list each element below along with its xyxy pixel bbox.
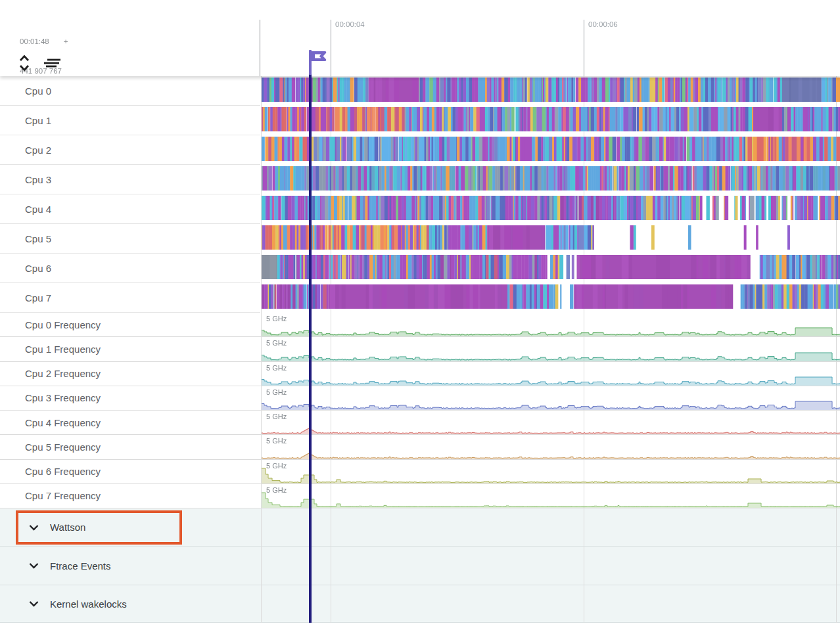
cpu-2-slices-canvas[interactable] xyxy=(262,137,840,161)
cpu-6-slices-canvas[interactable] xyxy=(262,255,840,279)
perfetto-timeline-view: 00:01:48+ 441 907 767 00:00:0400:00:06 C… xyxy=(0,0,840,628)
track-label: Cpu 4 xyxy=(25,204,51,215)
track-row-cpu-5[interactable]: Cpu 5 xyxy=(0,224,840,254)
cpu-4-frequency-canvas[interactable] xyxy=(262,411,840,434)
track-label-panel[interactable]: Cpu 7 xyxy=(0,283,260,313)
section-row-ftrace-events[interactable]: Ftrace Events xyxy=(0,547,840,585)
expand-collapse-tracks-button[interactable] xyxy=(18,54,31,72)
ruler-tick: 00:00:06 xyxy=(584,20,584,76)
track-label: Cpu 5 Frequency xyxy=(25,441,101,453)
section-label: Wattson xyxy=(50,522,85,533)
cpu-0-frequency-canvas[interactable] xyxy=(262,313,840,336)
cpu-1-frequency-canvas[interactable] xyxy=(262,338,840,361)
track-label-panel[interactable]: Cpu 2 xyxy=(0,135,260,165)
cpu-7-slices-canvas[interactable] xyxy=(262,284,840,309)
track-label: Cpu 1 xyxy=(25,115,51,126)
track-row-cpu-7-frequency[interactable]: Cpu 7 Frequency5 GHz xyxy=(0,484,840,508)
track-label-panel[interactable]: Cpu 1 xyxy=(0,106,260,135)
track-label-panel[interactable]: Cpu 3 Frequency xyxy=(0,386,260,410)
track-label-panel[interactable]: Cpu 2 Frequency xyxy=(0,362,260,386)
track-label: Cpu 2 Frequency xyxy=(25,368,101,379)
tick-label: 00:00:06 xyxy=(588,20,618,30)
cpu-4-slices-canvas[interactable] xyxy=(262,196,840,220)
track-row-cpu-1-frequency[interactable]: Cpu 1 Frequency5 GHz xyxy=(0,337,840,361)
track-label-panel[interactable]: Cpu 4 Frequency xyxy=(0,411,260,434)
track-label: Cpu 1 Frequency xyxy=(25,344,101,355)
cpu-1-slices-canvas[interactable] xyxy=(262,107,840,131)
selection-time: 00:01:48 xyxy=(20,37,49,45)
section-row-wattson[interactable]: Wattson xyxy=(0,508,840,547)
sort-lines-icon xyxy=(42,57,63,69)
chevron-up-down-icon xyxy=(18,54,31,72)
track-row-cpu-1[interactable]: Cpu 1 xyxy=(0,106,840,135)
frequency-scale-label: 5 GHz xyxy=(266,364,287,372)
track-row-cpu-3[interactable]: Cpu 3 xyxy=(0,165,840,194)
track-label-panel[interactable]: Cpu 6 Frequency xyxy=(0,460,260,483)
track-label: Cpu 7 xyxy=(25,292,51,303)
cpu-5-slices-canvas[interactable] xyxy=(262,225,840,250)
chevron-down-icon[interactable] xyxy=(29,562,39,569)
track-row-cpu-5-frequency[interactable]: Cpu 5 Frequency5 GHz xyxy=(0,435,840,459)
ruler-tick: 00:00:04 xyxy=(331,20,331,76)
track-label-panel[interactable]: Cpu 4 xyxy=(0,194,260,224)
frequency-scale-label: 5 GHz xyxy=(266,462,287,470)
track-label: Cpu 7 Frequency xyxy=(25,490,101,501)
section-label: Kernel wakelocks xyxy=(50,598,127,610)
frequency-scale-label: 5 GHz xyxy=(266,315,287,323)
track-label: Cpu 0 Frequency xyxy=(25,319,101,330)
track-label-panel[interactable]: Cpu 5 xyxy=(0,224,260,254)
track-row-cpu-6[interactable]: Cpu 6 xyxy=(0,254,840,283)
cpu-0-slices-canvas[interactable] xyxy=(262,78,840,102)
track-label-panel[interactable]: Cpu 6 xyxy=(0,254,260,283)
flag-marker-line[interactable] xyxy=(309,74,312,623)
track-label: Cpu 2 xyxy=(25,145,51,156)
track-label: Cpu 3 xyxy=(25,174,51,185)
track-row-cpu-2[interactable]: Cpu 2 xyxy=(0,135,840,165)
section-label: Ftrace Events xyxy=(50,560,111,572)
track-row-cpu-6-frequency[interactable]: Cpu 6 Frequency5 GHz xyxy=(0,460,840,484)
chevron-down-icon[interactable] xyxy=(29,600,39,607)
panel-border xyxy=(260,20,260,76)
tick-label: 00:00:04 xyxy=(335,20,365,30)
track-row-cpu-4[interactable]: Cpu 4 xyxy=(0,194,840,224)
selection-plus-sign: + xyxy=(64,37,68,47)
frequency-scale-label: 5 GHz xyxy=(266,388,287,396)
track-label-panel[interactable]: Cpu 0 Frequency xyxy=(0,313,260,336)
track-label-panel[interactable]: Cpu 1 Frequency xyxy=(0,337,260,361)
track-row-cpu-7[interactable]: Cpu 7 xyxy=(0,283,840,313)
chevron-down-icon[interactable] xyxy=(29,524,39,531)
flag-icon[interactable] xyxy=(308,49,330,75)
track-label: Cpu 6 Frequency xyxy=(25,466,101,477)
cpu-2-frequency-canvas[interactable] xyxy=(262,362,840,386)
track-label: Cpu 3 Frequency xyxy=(25,392,101,403)
track-label-panel[interactable]: Cpu 7 Frequency xyxy=(0,484,260,508)
frequency-scale-label: 5 GHz xyxy=(266,486,287,494)
track-row-cpu-0[interactable]: Cpu 0 xyxy=(0,76,840,106)
sort-tracks-button[interactable] xyxy=(42,57,63,69)
track-label-panel[interactable]: Cpu 5 Frequency xyxy=(0,435,260,459)
cpu-6-frequency-canvas[interactable] xyxy=(262,460,840,483)
track-row-cpu-4-frequency[interactable]: Cpu 4 Frequency5 GHz xyxy=(0,411,840,435)
cpu-3-slices-canvas[interactable] xyxy=(262,166,840,191)
timeline-ruler[interactable]: 00:01:48+ 441 907 767 00:00:0400:00:06 xyxy=(0,0,840,76)
cpu-3-frequency-canvas[interactable] xyxy=(262,386,840,410)
frequency-scale-label: 5 GHz xyxy=(266,437,287,445)
frequency-scale-label: 5 GHz xyxy=(266,413,287,420)
cpu-5-frequency-canvas[interactable] xyxy=(262,436,840,459)
track-row-cpu-3-frequency[interactable]: Cpu 3 Frequency5 GHz xyxy=(0,386,840,411)
track-row-cpu-2-frequency[interactable]: Cpu 2 Frequency5 GHz xyxy=(0,362,840,386)
track-label-panel[interactable]: Cpu 3 xyxy=(0,165,260,194)
track-row-cpu-0-frequency[interactable]: Cpu 0 Frequency5 GHz xyxy=(0,313,840,337)
frequency-scale-label: 5 GHz xyxy=(266,339,287,347)
track-label: Cpu 5 xyxy=(25,233,51,244)
track-toolbar xyxy=(18,54,63,72)
selection-timestamp-line1: 00:01:48+ xyxy=(20,37,68,47)
section-row-kernel-wakelocks[interactable]: Kernel wakelocks xyxy=(0,585,840,623)
track-label: Cpu 6 xyxy=(25,263,51,274)
track-label: Cpu 4 Frequency xyxy=(25,417,101,428)
cpu-7-frequency-canvas[interactable] xyxy=(262,484,840,508)
